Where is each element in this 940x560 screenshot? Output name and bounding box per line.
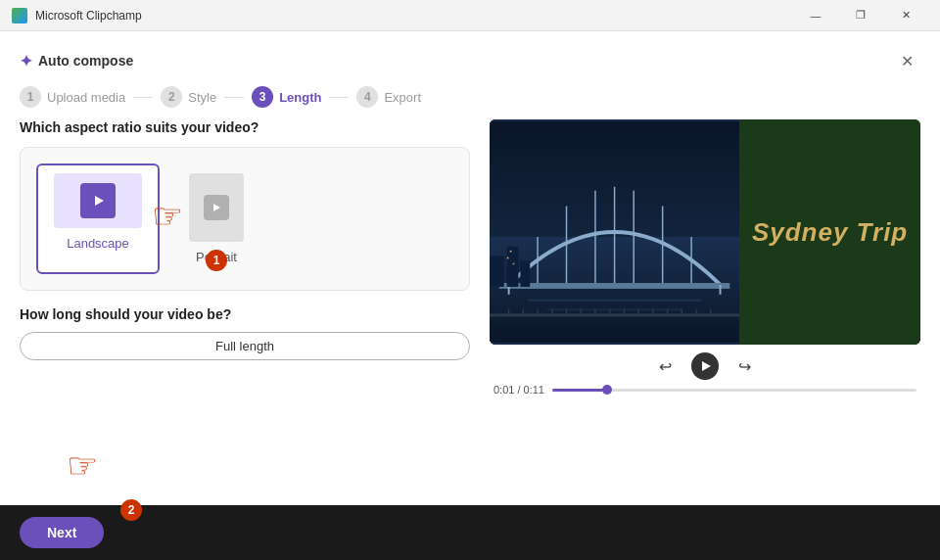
time-display: 0:01 / 0:11	[494, 384, 544, 396]
landscape-label: Landscape	[67, 236, 129, 251]
landscape-play-icon	[80, 183, 116, 218]
step-4-num: 4	[356, 86, 378, 108]
svg-rect-14	[520, 260, 530, 287]
app-icon	[12, 8, 27, 23]
step-1[interactable]: 1 Upload media	[20, 86, 125, 108]
app-header: ✦ Auto compose ✕	[0, 31, 940, 74]
aspect-ratio-container: Landscape Portrait	[20, 147, 470, 291]
portrait-option[interactable]: Portrait	[171, 163, 261, 274]
play-button[interactable]	[691, 352, 719, 380]
step-4[interactable]: 4 Export	[356, 86, 421, 108]
close-window-button[interactable]: ✕	[883, 0, 928, 31]
portrait-play-icon	[204, 195, 229, 220]
titlebar-controls: — ❐ ✕	[793, 0, 928, 31]
svg-rect-20	[490, 313, 739, 316]
titlebar: Microsoft Clipchamp — ❐ ✕	[0, 0, 940, 31]
play-triangle-portrait	[213, 204, 220, 211]
step-divider-1	[133, 97, 153, 98]
svg-rect-18	[528, 300, 701, 302]
landscape-thumb	[54, 173, 142, 228]
step-4-label: Export	[384, 90, 421, 105]
video-right-half: Sydney Trip	[739, 119, 920, 345]
titlebar-left: Microsoft Clipchamp	[12, 8, 142, 23]
svg-rect-13	[507, 247, 519, 287]
bottom-bar: Next	[0, 505, 940, 560]
close-dialog-button[interactable]: ✕	[893, 47, 920, 74]
portrait-label: Portrait	[196, 250, 237, 264]
step-1-num: 1	[20, 86, 41, 108]
svg-rect-2	[499, 283, 730, 289]
rewind-icon[interactable]: ↩	[659, 357, 672, 376]
step-divider-3	[329, 97, 349, 98]
svg-rect-19	[547, 309, 682, 310]
step-3-num: 3	[252, 86, 273, 108]
auto-compose-label: Auto compose	[38, 53, 133, 69]
step-2-label: Style	[188, 90, 216, 105]
video-left-half	[490, 119, 739, 345]
progress-thumb	[602, 385, 612, 395]
progress-row: 0:01 / 0:11	[490, 384, 920, 396]
aspect-ratio-question: Which aspect ratio suits your video?	[20, 119, 470, 135]
svg-rect-12	[490, 257, 504, 287]
svg-point-15	[510, 251, 512, 253]
maximize-button[interactable]: ❐	[838, 0, 883, 31]
landscape-option[interactable]: Landscape	[36, 163, 160, 274]
sparkle-icon: ✦	[20, 52, 32, 70]
full-length-button[interactable]: Full length	[20, 332, 470, 360]
video-preview: Sydney Trip	[490, 119, 920, 345]
controls-row: ↩ ↪	[659, 352, 751, 380]
right-panel: Sydney Trip ↩ ↪ 0:01 / 0:11	[490, 119, 920, 505]
steps-nav: 1 Upload media 2 Style 3 Length 4 Export	[0, 74, 940, 119]
app-name: Microsoft Clipchamp	[35, 9, 142, 23]
play-icon	[702, 361, 711, 371]
content-area: Which aspect ratio suits your video? Lan…	[0, 119, 940, 505]
main-window: ✦ Auto compose ✕ 1 Upload media 2 Style …	[0, 31, 940, 560]
next-button[interactable]: Next	[20, 517, 104, 548]
video-title-text: Sydney Trip	[752, 217, 908, 248]
step-2-num: 2	[161, 86, 182, 108]
left-panel: Which aspect ratio suits your video? Lan…	[20, 119, 470, 505]
progress-bar-fill	[552, 389, 607, 392]
svg-point-16	[507, 257, 509, 259]
video-controls: ↩ ↪ 0:01 / 0:11	[490, 345, 920, 399]
length-question: How long should your video be?	[20, 306, 470, 322]
step-1-label: Upload media	[47, 90, 125, 105]
forward-icon[interactable]: ↪	[738, 357, 751, 376]
step-3-label: Length	[279, 90, 321, 105]
auto-compose-header: ✦ Auto compose	[20, 52, 133, 70]
svg-point-17	[513, 262, 515, 264]
portrait-thumb	[189, 173, 244, 242]
step-divider-2	[224, 97, 244, 98]
minimize-button[interactable]: —	[793, 0, 838, 31]
play-triangle-landscape	[95, 196, 104, 206]
bridge-svg	[490, 119, 739, 345]
step-2[interactable]: 2 Style	[161, 86, 216, 108]
step-3[interactable]: 3 Length	[252, 86, 321, 108]
progress-bar-track[interactable]	[552, 389, 916, 392]
